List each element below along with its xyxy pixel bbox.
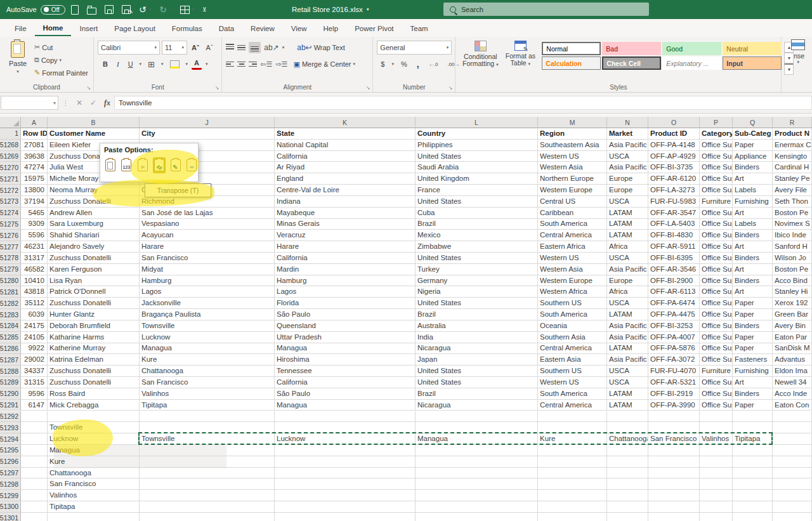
cell-J51278[interactable]: San Francisco — [140, 253, 275, 264]
cell-K51295[interactable] — [275, 445, 416, 456]
cell-M51299[interactable] — [538, 490, 607, 501]
cell-N51268[interactable]: Asia Pacific — [607, 140, 648, 151]
cell-J51300[interactable] — [140, 501, 275, 513]
cell-M51289[interactable]: Western US — [538, 377, 607, 388]
cell-O51268[interactable]: OFF-PA-4148 — [648, 140, 700, 151]
cell-O51270[interactable]: OFF-BI-3735 — [648, 162, 700, 173]
cell-B51294[interactable]: Lucknow — [48, 433, 140, 445]
cell-L51269[interactable]: United States — [416, 151, 538, 162]
cell-R51268[interactable]: Enermax C — [773, 140, 812, 151]
cell-L51268[interactable]: Philippines — [416, 140, 538, 151]
cell-O51289[interactable]: OFF-AR-5321 — [648, 377, 700, 388]
style-chip-normal[interactable]: Normal — [542, 42, 601, 55]
font-dialog-launcher-icon[interactable]: ↘ — [215, 85, 219, 91]
insert-caret-icon[interactable]: ▾ — [797, 60, 799, 65]
cell-K51274[interactable]: Mayabeque — [275, 208, 416, 219]
cell-A51301[interactable] — [21, 513, 48, 521]
row-header-51273[interactable]: 51273 — [0, 196, 21, 208]
cell-K51275[interactable]: Minas Gerais — [275, 219, 416, 230]
cell-M51272[interactable]: Western Europe — [538, 185, 607, 196]
cell-B51284[interactable]: Deborah Brumfield — [48, 320, 140, 332]
cell-R51274[interactable]: Boston Pe — [773, 208, 812, 219]
cell-O51286[interactable]: OFF-PA-5876 — [648, 343, 700, 355]
cell-B51281[interactable]: Patrick O'Donnell — [48, 286, 140, 298]
cell-L51281[interactable]: Nigeria — [416, 286, 538, 298]
cell-B51298[interactable]: San Francisco — [48, 478, 140, 490]
row-header-51288[interactable]: 51288 — [0, 366, 21, 377]
cell-Q51282[interactable]: Paper — [733, 298, 773, 309]
cell-L51283[interactable]: Brazil — [416, 309, 538, 320]
row-header-51276[interactable]: 51276 — [0, 230, 21, 241]
cell-A51277[interactable]: 46231 — [21, 241, 48, 253]
cell-L1[interactable]: Country — [416, 128, 538, 140]
increase-font-icon[interactable]: Aˆ — [189, 43, 202, 53]
cell-R51300[interactable] — [773, 501, 812, 513]
cell-N51276[interactable]: LATAM — [607, 230, 648, 241]
font-color-icon[interactable]: A — [192, 58, 202, 70]
cell-B51301[interactable] — [48, 513, 140, 521]
cell-M51286[interactable]: Central America — [538, 343, 607, 355]
cell-N51301[interactable] — [607, 513, 648, 521]
column-header-K[interactable]: K — [275, 117, 416, 128]
borders-caret-icon[interactable]: ▾ — [161, 62, 164, 67]
cell-M51276[interactable]: Central America — [538, 230, 607, 241]
cell-L51295[interactable] — [416, 445, 538, 456]
cell-A51274[interactable]: 5465 — [21, 208, 48, 219]
cell-Q51273[interactable]: Furnishing — [733, 196, 773, 208]
cell-R51271[interactable]: Stanley Pe — [773, 173, 812, 185]
row-header-51268[interactable]: 51268 — [0, 140, 21, 151]
cell-L51272[interactable]: France — [416, 185, 538, 196]
cell-B51278[interactable]: Zuschuss Donatelli — [48, 253, 140, 264]
paste-option-values-icon[interactable]: 123 — [121, 157, 133, 173]
tab-data[interactable]: Data — [211, 21, 242, 36]
cell-N51282[interactable]: USCA — [607, 298, 648, 309]
cell-O51273[interactable]: FUR-FU-5983 — [648, 196, 700, 208]
cell-M51292[interactable] — [538, 411, 607, 423]
cell-Q51296[interactable] — [733, 456, 773, 468]
cell-M51274[interactable]: Caribbean — [538, 208, 607, 219]
cell-N51273[interactable]: USCA — [607, 196, 648, 208]
row-header-51277[interactable]: 51277 — [0, 241, 21, 253]
cell-R51301[interactable] — [773, 513, 812, 521]
paste-option-transpose-icon[interactable]: ⇄ — [153, 157, 166, 173]
cell-O51279[interactable]: OFF-AR-3546 — [648, 264, 700, 275]
row-header-51278[interactable]: 51278 — [0, 253, 21, 264]
cell-B51285[interactable]: Katharine Harms — [48, 332, 140, 343]
cell-R1[interactable]: Product N — [773, 128, 812, 140]
cell-P51272[interactable]: Office Sup — [700, 185, 733, 196]
tab-review[interactable]: Review — [242, 21, 283, 36]
cell-K51277[interactable]: Harare — [275, 241, 416, 253]
cell-N51286[interactable]: LATAM — [607, 343, 648, 355]
cell-O51291[interactable]: OFF-PA-3990 — [648, 400, 700, 411]
tab-team[interactable]: Team — [402, 21, 436, 36]
row-header-51270[interactable]: 51270 — [0, 162, 21, 173]
column-header-O[interactable]: O — [648, 117, 700, 128]
cell-K1[interactable]: State — [275, 128, 416, 140]
style-chip-check-cell[interactable]: Check Cell — [602, 56, 661, 70]
cell-O51300[interactable] — [648, 501, 700, 513]
cell-M51281[interactable]: Western Africa — [538, 286, 607, 298]
cell-P51282[interactable]: Office Sup — [700, 298, 733, 309]
cell-J51275[interactable]: Vespasiano — [140, 219, 275, 230]
align-bottom-icon[interactable] — [249, 42, 261, 53]
format-painter-button[interactable]: ✎Format Painter — [32, 67, 91, 78]
column-header-L[interactable]: L — [416, 117, 538, 128]
row-header-51269[interactable]: 51269 — [0, 151, 21, 162]
fill-color-icon[interactable] — [167, 59, 182, 70]
cell-N51272[interactable]: Europe — [607, 185, 648, 196]
cell-J51282[interactable]: Jacksonville — [140, 298, 275, 309]
cell-B51282[interactable]: Zuschuss Donatelli — [48, 298, 140, 309]
cell-M51296[interactable] — [538, 456, 607, 468]
row-header-51284[interactable]: 51284 — [0, 320, 21, 332]
save-as-icon[interactable] — [122, 5, 131, 14]
cell-R51279[interactable]: Boston Pe — [773, 264, 812, 275]
cell-K51271[interactable]: England — [275, 173, 416, 185]
cell-J51287[interactable]: Kure — [140, 354, 275, 366]
paste-option-paste-icon[interactable] — [104, 157, 117, 173]
row-header-51283[interactable]: 51283 — [0, 309, 21, 320]
cell-R51286[interactable]: SanDisk M — [773, 343, 812, 355]
cell-N51300[interactable] — [607, 501, 648, 513]
cell-O51285[interactable]: OFF-PA-4007 — [648, 332, 700, 343]
cell-J51283[interactable]: Bragança Paulista — [140, 309, 275, 320]
cell-P51297[interactable] — [700, 468, 733, 479]
